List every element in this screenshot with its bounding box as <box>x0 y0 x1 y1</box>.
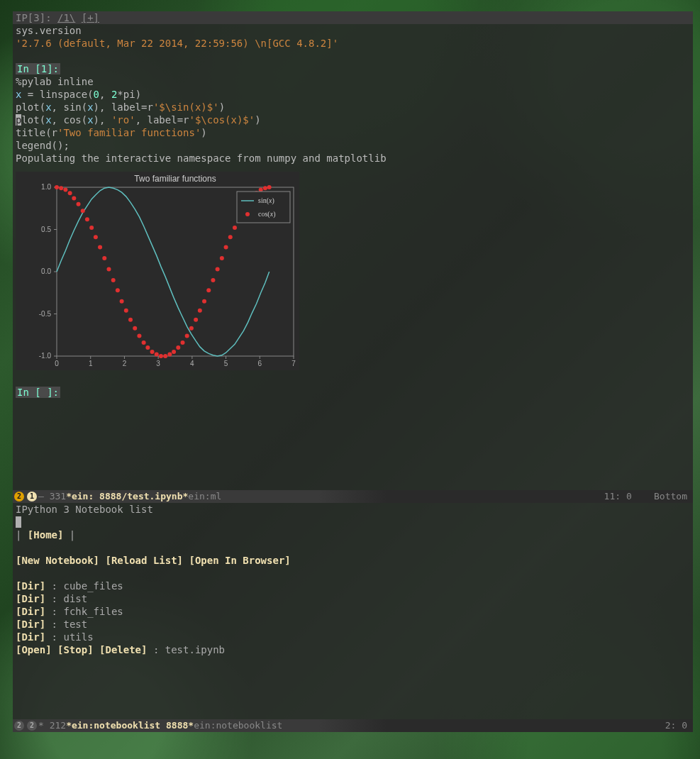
tab-bar: IP[3]: /1\ [+] <box>13 11 693 24</box>
svg-point-70 <box>233 226 237 230</box>
svg-point-82 <box>245 212 250 216</box>
svg-point-78 <box>267 185 272 189</box>
dir-link[interactable]: [Dir] <box>16 619 45 630</box>
svg-text:Two familiar functions: Two familiar functions <box>134 174 216 184</box>
tab-add[interactable]: [+] <box>82 12 99 23</box>
svg-point-32 <box>68 191 72 195</box>
cursor-pos: 11: 0 <box>604 491 632 502</box>
code-area[interactable]: sys.version '2.7.6 (default, Mar 22 2014… <box>13 24 693 399</box>
workspace-badge-2[interactable]: 2 <box>14 492 24 502</box>
modeline-upper: 21 — 331 *ein: 8888/test.ipynb* ein:ml 1… <box>13 490 693 503</box>
notebook-list-panel: IPython 3 Notebook list | [Home] | [New … <box>13 503 693 719</box>
home-link[interactable]: [Home] <box>28 529 64 541</box>
reload-list-button[interactable]: [Reload List] <box>105 555 183 566</box>
svg-point-53 <box>159 354 163 358</box>
svg-point-45 <box>124 309 128 313</box>
svg-text:cos(x): cos(x) <box>258 210 275 218</box>
svg-text:2: 2 <box>123 360 127 367</box>
svg-text:4: 4 <box>190 360 194 367</box>
svg-point-37 <box>89 226 94 230</box>
cell1-prompt: In [1]: <box>16 63 60 74</box>
dir-name: cube_files <box>63 580 123 592</box>
dir-name: dist <box>63 593 87 604</box>
file-name: test.ipynb <box>165 644 225 655</box>
new-notebook-button[interactable]: [New Notebook] <box>16 555 99 566</box>
svg-text:-1.0: -1.0 <box>39 352 52 360</box>
svg-point-38 <box>94 235 98 239</box>
matplotlib-chart: Two familiar functions01234567-1.0-0.50.… <box>16 172 299 370</box>
svg-point-29 <box>55 185 59 189</box>
tab-1[interactable]: /1\ <box>57 12 75 23</box>
dir-link[interactable]: [Dir] <box>16 593 45 604</box>
buffer-flags: — 331 <box>38 490 66 503</box>
notebook-editor: IP[3]: /1\ [+] sys.version '2.7.6 (defau… <box>13 11 693 490</box>
cell1-line5: title(r'Two familiar functions') <box>16 126 690 139</box>
svg-point-52 <box>155 353 159 357</box>
svg-point-47 <box>133 326 137 331</box>
svg-point-54 <box>163 354 167 358</box>
delete-file-button[interactable]: [Delete] <box>99 644 147 655</box>
dir-link[interactable]: [Dir] <box>16 631 45 643</box>
svg-point-42 <box>111 278 116 282</box>
dir-link[interactable]: [Dir] <box>16 606 45 617</box>
cell1-line3: plot(x, sin(x), label=r'$\sin(x)$') <box>16 101 690 113</box>
tab-prefix: IP[3]: <box>16 12 57 23</box>
svg-point-66 <box>216 267 220 271</box>
open-in-browser-button[interactable]: [Open In Browser] <box>189 555 290 566</box>
svg-point-59 <box>185 333 189 338</box>
workspace-badge-2b[interactable]: 2 <box>14 721 24 731</box>
svg-point-30 <box>59 186 63 190</box>
cell0-code: sys.version <box>16 24 690 37</box>
svg-point-62 <box>198 309 202 313</box>
svg-text:7: 7 <box>291 360 296 367</box>
svg-text:sin(x): sin(x) <box>258 196 274 205</box>
cell1-line4: plot(x, cos(x), 'ro', label=r'$\cos(x)$'… <box>16 113 690 126</box>
svg-point-31 <box>63 188 67 192</box>
nblist-dir-row: [Dir] : fchk_files <box>16 605 690 618</box>
svg-point-49 <box>142 340 146 345</box>
svg-point-77 <box>263 186 267 190</box>
svg-point-44 <box>120 299 124 304</box>
svg-point-63 <box>202 299 206 304</box>
major-mode-lower: ein:notebooklist <box>194 719 282 732</box>
dir-link[interactable]: [Dir] <box>16 580 45 592</box>
cell1-output: Populating the interactive namespace fro… <box>16 152 690 165</box>
workspace-badge-1[interactable]: 1 <box>27 492 37 502</box>
svg-point-36 <box>85 217 89 221</box>
dir-name: fchk_files <box>63 606 123 617</box>
nblist-dir-row: [Dir] : utils <box>16 631 690 643</box>
svg-text:0.0: 0.0 <box>41 267 51 275</box>
cursor-pos-lower: 2: 0 <box>665 720 687 731</box>
svg-point-48 <box>137 333 141 338</box>
breadcrumb: | [Home] | <box>16 528 690 541</box>
cell1-line1: %pylab inline <box>16 75 690 88</box>
svg-point-34 <box>77 202 81 206</box>
nblist-dir-row: [Dir] : dist <box>16 592 690 605</box>
workspace-badge-2c[interactable]: 2 <box>27 721 37 731</box>
buffer-name: *ein: 8888/test.ipynb* <box>66 490 188 503</box>
svg-text:0.5: 0.5 <box>41 226 51 233</box>
modeline-lower: 22 * 212 *ein:notebooklist 8888* ein:not… <box>13 719 693 732</box>
svg-point-55 <box>167 353 172 357</box>
svg-point-64 <box>206 288 211 292</box>
svg-point-46 <box>128 318 133 322</box>
dir-name: test <box>63 619 87 630</box>
svg-point-35 <box>81 209 85 213</box>
cell3-prompt: In [ ]: <box>16 387 60 398</box>
svg-point-51 <box>150 350 155 354</box>
stop-file-button[interactable]: [Stop] <box>57 644 94 655</box>
svg-point-40 <box>102 256 106 260</box>
cell1-line2: x = linspace(0, 2*pi) <box>16 88 690 101</box>
svg-text:-0.5: -0.5 <box>39 310 52 318</box>
nblist-file-row: [Open] [Stop] [Delete] : test.ipynb <box>16 643 690 656</box>
dir-name: utils <box>63 631 93 643</box>
svg-text:3: 3 <box>156 360 160 367</box>
open-file-button[interactable]: [Open] <box>16 644 52 655</box>
nblist-title: IPython 3 Notebook list <box>16 503 690 516</box>
svg-point-61 <box>194 318 198 322</box>
nblist-dir-row: [Dir] : cube_files <box>16 580 690 592</box>
nblist-dir-row: [Dir] : test <box>16 618 690 631</box>
svg-point-56 <box>172 350 176 354</box>
svg-point-41 <box>106 267 111 271</box>
svg-point-67 <box>220 256 224 260</box>
